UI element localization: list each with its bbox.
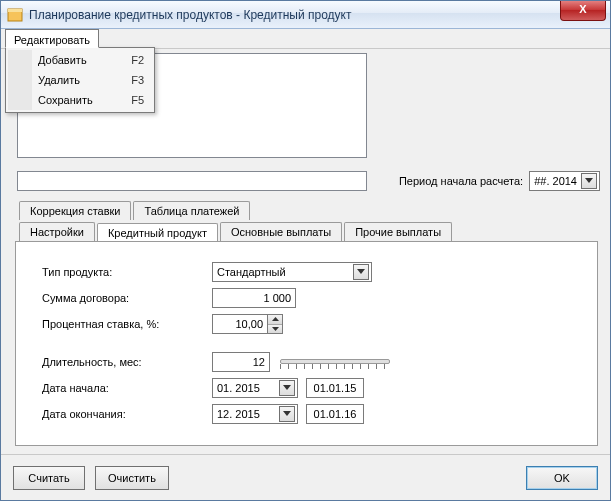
start-month-select[interactable]: 01. 2015	[212, 378, 298, 398]
rate-input[interactable]	[213, 315, 267, 333]
end-date-input[interactable]	[306, 404, 364, 424]
calc-button[interactable]: Считать	[13, 466, 85, 490]
menu-item-save[interactable]: Сохранить F5	[8, 90, 152, 110]
tabstrip-primary: Настройки Кредитный продукт Основные вып…	[19, 222, 452, 241]
start-date-input[interactable]	[306, 378, 364, 398]
period-row: Период начала расчета: ##. 2014	[399, 171, 600, 191]
rate-spin-up[interactable]	[268, 315, 282, 325]
window-title: Планирование кредитных продуктов - Креди…	[29, 8, 351, 22]
start-date-label: Дата начала:	[42, 382, 212, 394]
tab-payment-table[interactable]: Таблица платежей	[133, 201, 250, 220]
amount-label: Сумма договора:	[42, 292, 212, 304]
product-type-select[interactable]: Стандартный	[212, 262, 372, 282]
menu-edit-dropdown: Добавить F2 Удалить F3 Сохранить F5	[5, 47, 155, 113]
tab-credit-product[interactable]: Кредитный продукт	[97, 223, 218, 242]
tab-rate-correction[interactable]: Коррекция ставки	[19, 201, 131, 220]
period-select[interactable]: ##. 2014	[529, 171, 600, 191]
tab-main-payments[interactable]: Основные выплаты	[220, 222, 342, 241]
end-month-select[interactable]: 12. 2015	[212, 404, 298, 424]
menu-edit[interactable]: Редактировать	[5, 29, 99, 48]
tab-settings[interactable]: Настройки	[19, 222, 95, 241]
ok-button[interactable]: OK	[526, 466, 598, 490]
svg-rect-1	[8, 9, 22, 12]
product-name-input[interactable]	[17, 171, 367, 191]
tabstrip-secondary: Коррекция ставки Таблица платежей	[19, 201, 250, 220]
duration-slider[interactable]	[280, 353, 390, 371]
rate-label: Процентная ставка, %:	[42, 318, 212, 330]
bottom-bar: Считать Очистить OK	[1, 454, 610, 500]
chevron-down-icon	[353, 264, 369, 280]
chevron-down-icon	[581, 173, 597, 189]
content-area: Период начала расчета: ##. 2014 Коррекци…	[1, 49, 610, 500]
tab-panel-credit-product: Тип продукта: Стандартный Сумма договора…	[15, 241, 598, 446]
rate-spin-down[interactable]	[268, 325, 282, 334]
close-icon: X	[579, 3, 586, 15]
chevron-down-icon	[279, 380, 295, 396]
rate-spinner[interactable]	[212, 314, 283, 334]
menu-item-delete[interactable]: Удалить F3	[8, 70, 152, 90]
close-button[interactable]: X	[560, 1, 606, 21]
clear-button[interactable]: Очистить	[95, 466, 169, 490]
app-window: Планирование кредитных продуктов - Креди…	[0, 0, 611, 501]
product-type-label: Тип продукта:	[42, 266, 212, 278]
menu-item-add[interactable]: Добавить F2	[8, 50, 152, 70]
title-bar: Планирование кредитных продуктов - Креди…	[1, 1, 610, 29]
period-label: Период начала расчета:	[399, 175, 523, 187]
chevron-down-icon	[279, 406, 295, 422]
app-icon	[7, 7, 23, 23]
end-date-label: Дата окончания:	[42, 408, 212, 420]
duration-input[interactable]	[212, 352, 270, 372]
menu-bar: Редактировать	[1, 29, 610, 49]
duration-label: Длительность, мес:	[42, 356, 212, 368]
amount-input[interactable]	[212, 288, 296, 308]
tab-other-payments[interactable]: Прочие выплаты	[344, 222, 452, 241]
